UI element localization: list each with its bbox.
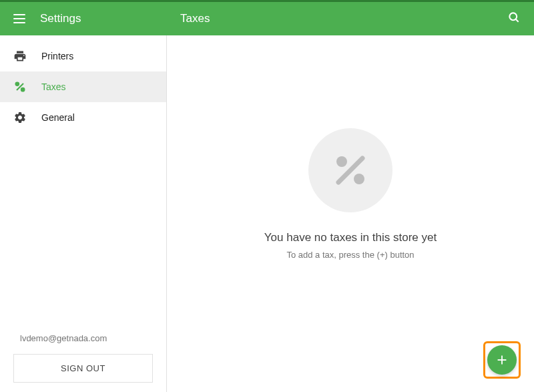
sidebar-item-printers[interactable]: Printers [0, 41, 166, 71]
svg-point-5 [336, 156, 347, 167]
header-settings-title: Settings [40, 12, 81, 25]
svg-point-2 [15, 82, 19, 85]
gear-icon [13, 111, 27, 124]
empty-state-percent-icon [308, 128, 392, 212]
printer-icon [13, 49, 27, 63]
header-page-title: Taxes [180, 12, 210, 25]
add-tax-fab-button[interactable] [487, 345, 517, 375]
empty-state: You have no taxes in this store yet To a… [264, 128, 437, 260]
svg-point-0 [509, 13, 517, 20]
header-left: Settings [0, 2, 167, 35]
fab-highlight-border [483, 341, 521, 379]
svg-point-6 [354, 174, 364, 184]
search-icon[interactable] [507, 11, 521, 27]
hamburger-menu-icon[interactable] [13, 14, 25, 23]
percent-icon [13, 80, 27, 93]
sidebar: Printers Taxes [0, 35, 167, 392]
sidebar-item-label: General [41, 112, 75, 123]
svg-line-1 [516, 19, 519, 22]
signout-button[interactable]: SIGN OUT [13, 354, 153, 383]
header-right: Taxes [167, 2, 534, 35]
sidebar-item-general[interactable]: General [0, 102, 166, 133]
user-email: lvdemo@getnada.com [13, 333, 153, 343]
content-area: Printers Taxes [0, 35, 534, 392]
app-header: Settings Taxes [0, 2, 534, 35]
sidebar-item-label: Taxes [41, 81, 66, 92]
empty-state-title: You have no taxes in this store yet [264, 231, 437, 244]
sidebar-item-label: Printers [41, 51, 73, 61]
svg-point-3 [21, 88, 25, 91]
sidebar-footer: lvdemo@getnada.com SIGN OUT [0, 324, 166, 392]
empty-state-subtitle: To add a tax, press the (+) button [286, 250, 414, 260]
sidebar-item-taxes[interactable]: Taxes [0, 71, 166, 102]
plus-icon [495, 353, 509, 367]
sidebar-items: Printers Taxes [0, 35, 166, 324]
main-content: You have no taxes in this store yet To a… [167, 35, 534, 392]
